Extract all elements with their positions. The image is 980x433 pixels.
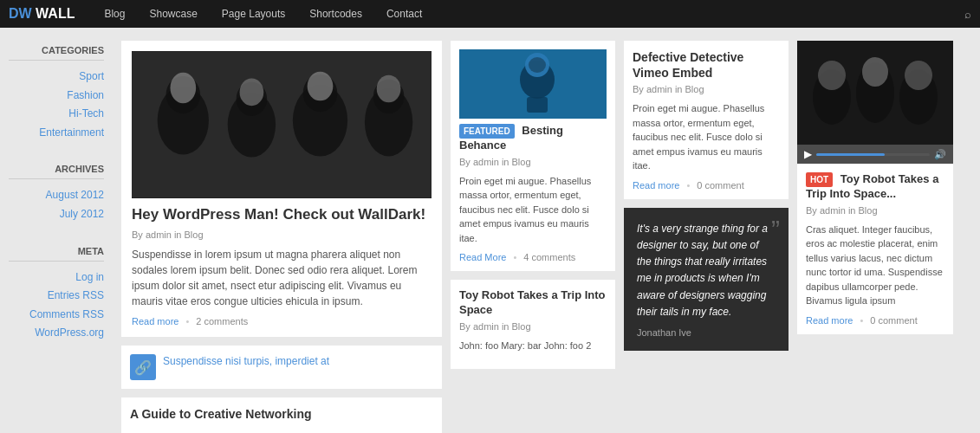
svg-point-9: [170, 73, 196, 104]
sidebar-item-wordpress[interactable]: WordPress.org: [9, 324, 104, 343]
post-behance-meta: By admin in Blog: [459, 157, 607, 167]
column-4: ▶ 🔊 HOT Toy Robot Takes a Trip Into Spac…: [793, 36, 957, 433]
link-icon: 🔗: [130, 354, 156, 380]
hot-badge: HOT: [806, 172, 833, 187]
archives-section: ARCHIVES August 2012 July 2012: [9, 164, 104, 223]
post-walldark-footer: Read more • 2 comments: [132, 316, 432, 326]
diver-svg: [459, 49, 607, 119]
nav-page-layouts[interactable]: Page Layouts: [210, 0, 297, 28]
nav-contact[interactable]: Contact: [374, 0, 434, 28]
column-1: Hey WordPress Man! Check out WallDark! B…: [117, 36, 446, 433]
link-post-text: Suspendisse nisi turpis, imperdiet at: [163, 354, 329, 369]
post-behance-excerpt: Proin eget mi augue. Phasellus massa ort…: [459, 174, 607, 246]
progress-bar[interactable]: [816, 153, 930, 156]
post-detective-excerpt: Proin eget mi augue. Phasellus massa ort…: [633, 101, 780, 173]
sidebar-item-comments-rss[interactable]: Comments RSS: [9, 306, 104, 325]
post-walldark-comments[interactable]: 2 comments: [196, 316, 248, 326]
post-robot-col2: Toy Robot Takes a Trip Into Space By adm…: [451, 280, 615, 368]
video-controls: ▶ 🔊: [797, 145, 953, 164]
sidebar-item-hitech[interactable]: Hi-Tech: [9, 105, 104, 124]
post-walldark-title[interactable]: Hey WordPress Man! Check out WallDark!: [132, 205, 432, 224]
post-robot-col2-title[interactable]: Toy Robot Takes a Trip Into Space: [459, 288, 607, 318]
post-walldark-excerpt: Suspendisse in lorem ipsum ut magna phar…: [132, 247, 432, 309]
categories-heading: CATEGORIES: [9, 45, 104, 61]
main-content: Hey WordPress Man! Check out WallDark! B…: [113, 28, 980, 433]
link-post-link[interactable]: Suspendisse nisi turpis, imperdiet at: [163, 355, 329, 367]
logo: DW WALL: [9, 6, 75, 22]
post-behance-readmore[interactable]: Read More: [459, 252, 506, 262]
column-3: Defective Detective Vimeo Embed By admin…: [620, 36, 793, 433]
post-robot-col4-excerpt: Cras aliquet. Integer faucibus, eros ac …: [806, 223, 944, 308]
sidebar-item-login[interactable]: Log in: [9, 268, 104, 288]
svg-point-12: [377, 75, 401, 103]
archives-heading: ARCHIVES: [9, 164, 104, 179]
progress-fill: [816, 153, 885, 156]
post-detective-meta: By admin in Blog: [633, 84, 780, 94]
post-walldark-image: [132, 51, 432, 198]
nav-blog[interactable]: Blog: [92, 0, 137, 28]
media-thumb: ▶ 🔊: [797, 41, 953, 164]
play-button[interactable]: ▶: [804, 148, 812, 160]
sidebar: CATEGORIES Sport Fashion Hi-Tech Enterta…: [0, 28, 113, 433]
svg-point-24: [905, 61, 932, 90]
media-post-content: HOT Toy Robot Takes a Trip Into Space...…: [797, 164, 953, 334]
quote-block: ” It's a very strange thing for a design…: [624, 208, 789, 351]
logo-wall: WALL: [36, 6, 75, 21]
post-behance-image: [459, 49, 607, 119]
post-networking: A Guide to Creative Networking: [121, 397, 442, 433]
post-detective-footer: Read more • 0 comment: [633, 180, 780, 191]
post-walldark: Hey WordPress Man! Check out WallDark! B…: [121, 41, 442, 337]
post-detective-readmore[interactable]: Read more: [633, 180, 679, 191]
sidebar-item-sport[interactable]: Sport: [9, 68, 104, 87]
svg-rect-17: [527, 97, 548, 113]
sidebar-item-fashion[interactable]: Fashion: [9, 87, 104, 106]
post-behance-title[interactable]: FEATURED Besting Behance: [459, 124, 607, 153]
nav-shortcodes[interactable]: Shortcodes: [297, 0, 374, 28]
post-detective: Defective Detective Vimeo Embed By admin…: [624, 41, 789, 199]
band-photo-col4-svg: [797, 41, 953, 145]
main-nav: Blog Showcase Page Layouts Shortcodes Co…: [92, 0, 434, 28]
meta-heading: META: [9, 246, 104, 262]
post-behance: FEATURED Besting Behance By admin in Blo…: [451, 41, 615, 271]
post-walldark-meta: By admin in Blog: [132, 229, 432, 240]
link-post: 🔗 Suspendisse nisi turpis, imperdiet at: [121, 346, 442, 389]
logo-dw: DW: [9, 6, 32, 21]
sidebar-item-entertainment[interactable]: Entertainment: [9, 124, 104, 143]
svg-point-11: [308, 72, 334, 101]
sidebar-item-july[interactable]: July 2012: [9, 205, 104, 224]
post-detective-title[interactable]: Defective Detective Vimeo Embed: [633, 49, 780, 81]
sidebar-item-august[interactable]: August 2012: [9, 186, 104, 205]
search-icon[interactable]: ⌕: [964, 8, 971, 21]
post-robot-col4-comments[interactable]: 0 comment: [870, 315, 917, 326]
svg-point-22: [862, 57, 888, 87]
featured-badge: FEATURED: [459, 124, 515, 139]
post-robot-col4-meta: By admin in Blog: [806, 205, 944, 216]
post-detective-comments[interactable]: 0 comment: [697, 180, 743, 191]
sidebar-item-entries-rss[interactable]: Entries RSS: [9, 287, 104, 306]
quote-author: Jonathan Ive: [637, 327, 776, 338]
header: DW WALL Blog Showcase Page Layouts Short…: [0, 0, 980, 28]
svg-point-20: [818, 61, 846, 90]
quote-marks-icon: ”: [771, 216, 780, 242]
quote-text: It's a very strange thing for a designer…: [637, 221, 776, 320]
post-robot-col4-title[interactable]: HOT Toy Robot Takes a Trip Into Space...: [806, 172, 944, 202]
meta-section: META Log in Entries RSS Comments RSS Wor…: [9, 246, 104, 343]
column-2: FEATURED Besting Behance By admin in Blo…: [446, 36, 620, 433]
post-walldark-readmore[interactable]: Read more: [132, 316, 178, 326]
band-photo-svg: [132, 51, 432, 198]
post-networking-title[interactable]: A Guide to Creative Networking: [130, 406, 433, 422]
volume-icon[interactable]: 🔊: [934, 149, 946, 160]
post-robot-col2-meta: By admin in Blog: [459, 321, 607, 332]
nav-showcase[interactable]: Showcase: [137, 0, 209, 28]
post-behance-footer: Read More • 4 comments: [459, 252, 607, 262]
svg-point-16: [529, 57, 546, 73]
post-robot-col4-readmore[interactable]: Read more: [806, 315, 853, 326]
post-robot-col4-footer: Read more • 0 comment: [806, 315, 944, 326]
media-post-band: ▶ 🔊 HOT Toy Robot Takes a Trip Into Spac…: [797, 41, 953, 334]
post-robot-col2-excerpt: John: foo Mary: bar John: foo 2: [459, 339, 607, 353]
post-behance-comments[interactable]: 4 comments: [523, 252, 575, 262]
svg-point-10: [240, 79, 264, 107]
categories-section: CATEGORIES Sport Fashion Hi-Tech Enterta…: [9, 45, 104, 142]
